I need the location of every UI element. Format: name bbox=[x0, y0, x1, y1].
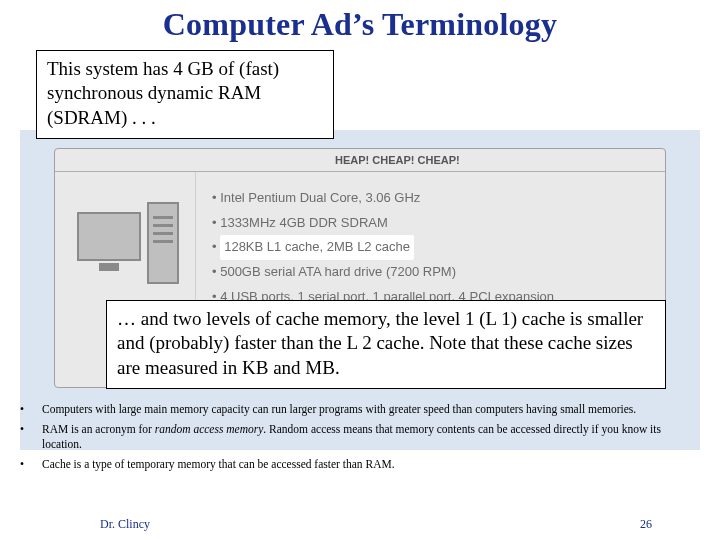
spec-cache-highlight: 128KB L1 cache, 2MB L2 cache bbox=[220, 235, 414, 260]
note-text: RAM is an acronym for random access memo… bbox=[42, 422, 700, 451]
bullet-icon: • bbox=[20, 422, 42, 436]
note-text: Computers with large main memory capacit… bbox=[42, 402, 700, 416]
slide: Computer Ad’s Terminology HEAP! CHEAP! C… bbox=[0, 0, 720, 540]
ad-banner: HEAP! CHEAP! CHEAP! bbox=[55, 149, 665, 172]
spec-ram: 1333MHz 4GB DDR SDRAM bbox=[212, 211, 655, 236]
monitor-icon bbox=[77, 212, 141, 261]
bullet-icon: • bbox=[20, 402, 42, 416]
note-fragment: RAM is an acronym for bbox=[42, 423, 155, 435]
note-text: Cache is a type of temporary memory that… bbox=[42, 457, 700, 471]
callout-sdram: This system has 4 GB of (fast) synchrono… bbox=[36, 50, 334, 139]
note-item: • RAM is an acronym for random access me… bbox=[20, 422, 700, 451]
footer-author: Dr. Clincy bbox=[100, 517, 150, 532]
bullet-icon: • bbox=[20, 457, 42, 471]
spec-cache: 128KB L1 cache, 2MB L2 cache bbox=[212, 235, 655, 260]
note-item: • Computers with large main memory capac… bbox=[20, 402, 700, 416]
spec-cpu: Intel Pentium Dual Core, 3.06 GHz bbox=[212, 186, 655, 211]
notes-list: • Computers with large main memory capac… bbox=[20, 402, 700, 478]
footer-page-number: 26 bbox=[640, 517, 652, 532]
callout-cache: … and two levels of cache memory, the le… bbox=[106, 300, 666, 389]
spec-hdd: 500GB serial ATA hard drive (7200 RPM) bbox=[212, 260, 655, 285]
note-item: • Cache is a type of temporary memory th… bbox=[20, 457, 700, 471]
slide-title: Computer Ad’s Terminology bbox=[0, 6, 720, 43]
note-em: random access memory bbox=[155, 423, 264, 435]
tower-icon bbox=[147, 202, 179, 284]
